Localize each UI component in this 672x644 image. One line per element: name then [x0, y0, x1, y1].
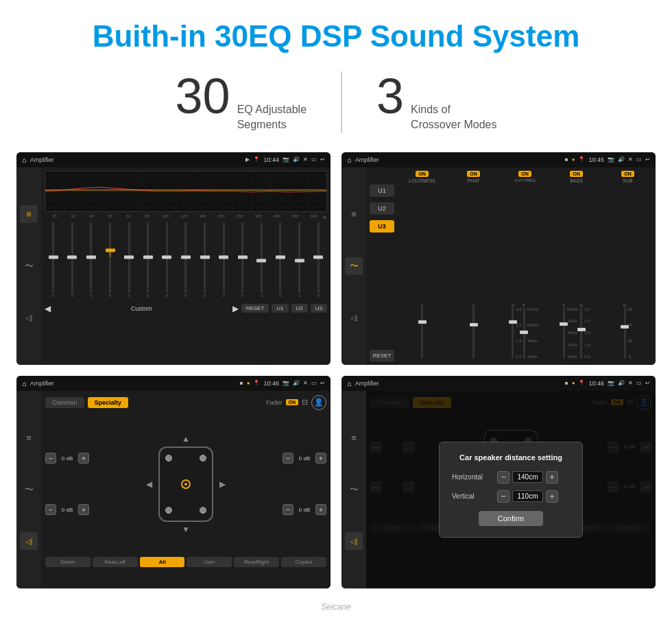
u1-btn[interactable]: U1: [272, 304, 288, 313]
screen2-rec: ■: [565, 156, 568, 163]
ch-sub-on[interactable]: ON: [621, 171, 634, 177]
slider-col-10[interactable]: 0: [215, 222, 232, 298]
slider-col-8[interactable]: 0: [177, 222, 195, 298]
ch-bass-on[interactable]: ON: [570, 171, 583, 177]
nav-left-3[interactable]: ◀: [146, 479, 152, 489]
slider-col-1[interactable]: 0: [45, 222, 62, 298]
u1-preset-btn[interactable]: U1: [370, 184, 394, 197]
nav-up-3[interactable]: ▲: [182, 434, 190, 444]
vertical-minus[interactable]: −: [497, 490, 509, 503]
freq-160: 160: [193, 214, 212, 221]
rl-minus[interactable]: −: [45, 504, 56, 515]
slider-col-3[interactable]: 0: [82, 222, 100, 298]
fader-on-3[interactable]: ON: [286, 399, 299, 405]
u2-btn[interactable]: U2: [291, 304, 308, 313]
sidebar-eq-icon-2[interactable]: ≡: [345, 205, 363, 223]
screen4-x[interactable]: ✕: [628, 380, 633, 386]
slider-col-6[interactable]: 0: [139, 222, 157, 298]
slider-col-12[interactable]: -1: [253, 222, 271, 298]
screen1-sq: ▭: [311, 156, 317, 163]
nav-right-3[interactable]: ▶: [219, 479, 226, 489]
slider-col-13[interactable]: 0: [272, 222, 289, 298]
screen2-x[interactable]: ✕: [628, 156, 633, 163]
home-icon-3[interactable]: ⌂: [22, 379, 27, 387]
u3-btn[interactable]: U3: [311, 304, 327, 313]
rr-minus[interactable]: −: [283, 504, 293, 515]
fl-db: 0 dB: [58, 455, 77, 462]
sidebar-eq-icon-3[interactable]: ≡: [20, 429, 38, 446]
rearright-btn-3[interactable]: RearRight: [234, 557, 279, 567]
play-btn[interactable]: ▶: [232, 304, 239, 313]
ch-bass-label: BASS: [570, 178, 583, 183]
sliders-container: 0 0 0: [45, 222, 327, 298]
screen4-title: Amplifier: [355, 380, 562, 387]
fr-plus[interactable]: +: [315, 453, 326, 464]
sidebar-wave-icon-2[interactable]: 〜: [345, 257, 363, 275]
screen2-back[interactable]: ↩: [645, 156, 650, 163]
horizontal-plus[interactable]: +: [546, 471, 558, 484]
sidebar-wave-icon-3[interactable]: 〜: [20, 481, 38, 499]
stat-eq: 30 EQ Adjustable Segments: [141, 71, 343, 133]
screen4-back[interactable]: ↩: [645, 380, 650, 386]
slider-col-14[interactable]: -1: [291, 222, 309, 298]
horizontal-minus[interactable]: −: [497, 471, 509, 484]
ch-phat-on[interactable]: ON: [467, 171, 480, 177]
home-icon-4[interactable]: ⌂: [347, 379, 352, 387]
screen3-x[interactable]: ✕: [303, 380, 308, 386]
driver-btn-3[interactable]: Driver: [45, 557, 91, 567]
copilot-btn-3[interactable]: Copilot: [281, 557, 326, 567]
stat-crossover-number: 3: [376, 71, 404, 121]
screen1-back[interactable]: ↩: [320, 156, 325, 163]
slider-col-5[interactable]: 0: [120, 222, 138, 298]
slider-col-11[interactable]: 0: [234, 222, 252, 298]
reset-preset-btn[interactable]: RESET: [370, 350, 394, 361]
slider-wrapper: 0 0 0: [45, 222, 327, 298]
prev-btn[interactable]: ◀: [45, 304, 51, 313]
slider-col-4[interactable]: 5: [101, 222, 119, 298]
nav-down-3[interactable]: ▼: [182, 525, 190, 534]
sidebar-wave-icon[interactable]: 〜: [20, 257, 38, 275]
sidebar-eq-icon[interactable]: ≡: [20, 205, 38, 223]
common-tab-3[interactable]: Common: [45, 397, 84, 408]
slider-col-7[interactable]: 0: [158, 222, 176, 298]
screen2-title: Amplifier: [355, 156, 562, 163]
stat-eq-number: 30: [176, 71, 230, 121]
rearleft-btn-3[interactable]: RearLeft: [93, 557, 138, 567]
sidebar-vol-icon[interactable]: ◁|: [20, 309, 38, 326]
rr-plus[interactable]: +: [315, 504, 326, 515]
fr-minus[interactable]: −: [283, 453, 293, 464]
sidebar-wave-icon-4[interactable]: 〜: [345, 481, 363, 499]
sidebar-vol-icon-4[interactable]: ◁|: [345, 532, 363, 550]
screen3-sq: ▭: [311, 380, 317, 386]
slider-col-9[interactable]: 0: [196, 222, 214, 298]
sidebar-eq-icon-4[interactable]: ≡: [345, 429, 363, 446]
slider-col-2[interactable]: 0: [64, 222, 82, 298]
u3-preset-btn[interactable]: U3: [370, 220, 394, 232]
ch-loudness-on[interactable]: ON: [416, 171, 429, 177]
slider-col-15[interactable]: 0: [309, 222, 327, 298]
sidebar-vol-icon-3[interactable]: ◁|: [20, 532, 38, 550]
all-btn-3[interactable]: All: [140, 557, 185, 567]
screen4-loc: 📍: [578, 380, 585, 386]
screen1-x[interactable]: ✕: [303, 156, 308, 163]
rl-plus[interactable]: +: [78, 504, 89, 515]
reset-btn[interactable]: RESET: [241, 304, 269, 313]
specialty-tab-3[interactable]: Specialty: [88, 397, 129, 408]
screenshots-grid: ⌂ Amplifier ▶ 📍 10:44 📷 🔊 ✕ ▭ ↩ ≡ 〜 ◁|: [0, 152, 672, 599]
screen1-title: Amplifier: [30, 156, 243, 163]
screen3-back[interactable]: ↩: [320, 380, 325, 386]
vertical-plus[interactable]: +: [546, 490, 558, 503]
fl-plus[interactable]: +: [78, 453, 89, 464]
freq-250: 250: [230, 214, 249, 221]
fl-minus[interactable]: −: [45, 453, 56, 464]
confirm-button[interactable]: Confirm: [479, 511, 544, 526]
sidebar-vol-icon-2[interactable]: ◁|: [345, 309, 363, 326]
home-icon-2[interactable]: ⌂: [347, 156, 352, 164]
sp-fl: [165, 455, 172, 462]
u2-preset-btn[interactable]: U2: [370, 202, 394, 215]
user-btn-3[interactable]: User: [187, 557, 232, 567]
ch-phat-label: PHAT: [467, 178, 479, 183]
ch-cutfreq-on[interactable]: ON: [518, 171, 531, 177]
expand-icon[interactable]: »: [323, 214, 326, 221]
home-icon-1[interactable]: ⌂: [22, 156, 27, 164]
